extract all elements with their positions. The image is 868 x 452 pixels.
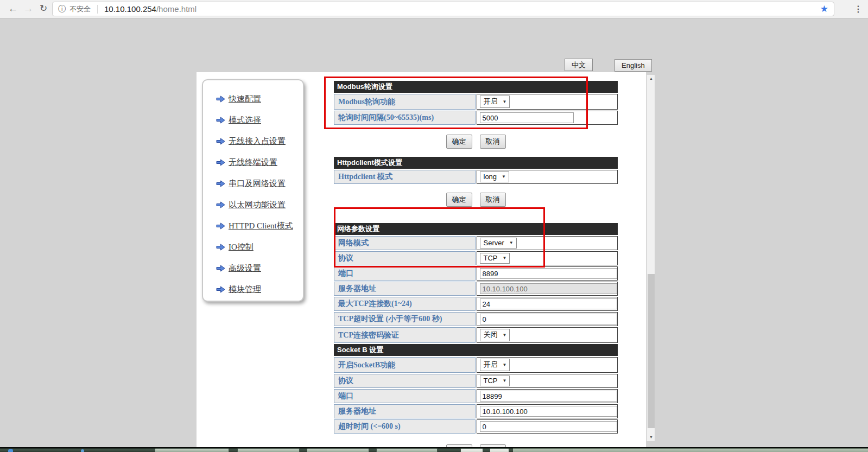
- modbus-button-row: 确定取消: [333, 135, 619, 149]
- select-value: 开启: [484, 97, 498, 106]
- socketb-port-input[interactable]: [480, 391, 617, 402]
- table-row: 端口: [334, 266, 618, 281]
- sidebar-item-mode-select[interactable]: 模式选择: [216, 113, 303, 126]
- taskbar-button[interactable]: [237, 448, 300, 452]
- table-row: 协议 TCP ▼: [334, 251, 618, 265]
- field-label: 开启SocketB功能: [334, 357, 476, 373]
- sidebar-item-label: 以太网功能设置: [229, 200, 286, 210]
- scroll-down-icon[interactable]: ▼: [647, 434, 655, 441]
- table-row: TCP连接密码验证 关闭 ▼: [334, 327, 618, 343]
- sidebar-item-sta-settings[interactable]: 无线终端设置: [216, 156, 303, 169]
- field-label: Modbus轮询功能: [334, 94, 476, 110]
- tcp-password-select[interactable]: 关闭 ▼: [480, 329, 510, 341]
- content-area: 快速配置 模式选择 无线接入点设置 无线终端设置 串口及网络设置: [197, 72, 646, 447]
- frame-scrollbar[interactable]: ▲ ▼: [647, 75, 655, 441]
- field-label: Httpdclient 模式: [334, 170, 476, 184]
- max-tcp-connections-input[interactable]: [480, 298, 617, 309]
- tcp-timeout-input[interactable]: [480, 314, 617, 324]
- menu-arrow-icon: [216, 138, 225, 145]
- reload-icon[interactable]: ↻: [36, 1, 51, 16]
- modbus-poll-select[interactable]: 开启 ▼: [480, 96, 510, 108]
- language-english-button[interactable]: English: [614, 59, 652, 72]
- sidebar-item-label: 模块管理: [229, 284, 261, 295]
- taskbar-tray-icon: [81, 449, 84, 452]
- modbus-settings-table: Modbus轮询设置 Modbus轮询功能 开启 ▼ 轮询时间间隔(50~655…: [333, 80, 619, 126]
- table-row: TCP超时设置 (小于等于600 秒): [334, 312, 618, 326]
- field-label: 最大TCP连接数(1~24): [334, 297, 476, 311]
- browser-toolbar: ← → ↻ ⓘ 不安全 10.10.100.254 /home.html ★ ⋮: [0, 0, 868, 18]
- field-label: 轮询时间间隔(50~65535)(ms): [334, 111, 476, 125]
- poll-interval-input[interactable]: [480, 112, 574, 123]
- taskbar-button[interactable]: [307, 448, 369, 452]
- field-label: 服务器地址: [334, 282, 476, 296]
- cancel-button[interactable]: 取消: [480, 193, 506, 207]
- scrollbar-thumb[interactable]: [648, 274, 655, 428]
- port-input[interactable]: [480, 268, 617, 279]
- sidebar-menu: 快速配置 模式选择 无线接入点设置 无线终端设置 串口及网络设置: [202, 79, 304, 302]
- confirm-button[interactable]: 确定: [446, 135, 472, 149]
- sidebar-item-serial-network[interactable]: 串口及网络设置: [216, 177, 303, 190]
- table-row: 服务器地址: [334, 282, 618, 296]
- taskbar-button[interactable]: [490, 448, 509, 452]
- address-bar[interactable]: ⓘ 不安全 10.10.100.254 /home.html ★: [52, 2, 834, 16]
- sidebar-item-label: 串口及网络设置: [229, 179, 286, 189]
- field-label: 网络模式: [334, 236, 476, 250]
- menu-arrow-icon: [216, 265, 225, 272]
- sidebar-item-ap-settings[interactable]: 无线接入点设置: [216, 135, 303, 148]
- sidebar-item-label: 无线接入点设置: [229, 136, 286, 147]
- sidebar-item-advanced[interactable]: 高级设置: [216, 262, 303, 275]
- select-value: 开启: [484, 360, 498, 370]
- info-icon[interactable]: ⓘ: [58, 4, 66, 14]
- taskbar-button[interactable]: [460, 448, 483, 452]
- start-button-glimpse[interactable]: [8, 449, 13, 452]
- socketb-timeout-input[interactable]: [480, 421, 617, 432]
- back-icon[interactable]: ←: [5, 1, 21, 16]
- sidebar-item-label: 高级设置: [229, 263, 261, 273]
- field-label: 协议: [334, 374, 476, 388]
- sidebar-item-io-control[interactable]: IO控制: [216, 240, 303, 253]
- section-header-modbus: Modbus轮询设置: [334, 81, 618, 93]
- field-label: 端口: [334, 389, 476, 403]
- taskbar-button[interactable]: [155, 448, 229, 452]
- cancel-button[interactable]: 取消: [480, 135, 506, 149]
- dropdown-arrow-icon: ▼: [509, 240, 514, 245]
- select-value: TCP: [484, 377, 498, 385]
- select-value: Server: [484, 239, 504, 247]
- select-value: 关闭: [484, 330, 498, 340]
- table-row: 网络模式 Server ▼: [334, 236, 618, 250]
- httpdclient-mode-select[interactable]: long ▼: [480, 171, 510, 182]
- page-background: 中文 English 快速配置 模式选择 无线接入点设置: [0, 18, 868, 447]
- table-row: 开启SocketB功能 开启 ▼: [334, 357, 618, 373]
- dropdown-arrow-icon: ▼: [503, 333, 507, 338]
- language-chinese-button[interactable]: 中文: [565, 59, 593, 71]
- confirm-button[interactable]: 确定: [446, 193, 472, 207]
- field-label: 端口: [334, 266, 476, 281]
- taskbar-active-segment[interactable]: [513, 448, 868, 452]
- dropdown-arrow-icon: ▼: [503, 99, 507, 104]
- sidebar-item-label: 无线终端设置: [229, 157, 277, 168]
- socketb-protocol-select[interactable]: TCP ▼: [480, 375, 510, 386]
- protocol-select[interactable]: TCP ▼: [480, 253, 510, 264]
- scroll-up-icon[interactable]: ▲: [647, 75, 655, 82]
- bookmark-star-icon[interactable]: ★: [820, 3, 828, 15]
- forward-icon[interactable]: →: [21, 1, 36, 16]
- field-label: 服务器地址: [334, 404, 476, 418]
- sidebar-item-ethernet[interactable]: 以太网功能设置: [216, 198, 303, 211]
- section-header-httpdclient: Httpdclient模式设置: [334, 157, 618, 169]
- sidebar-item-httpd-client[interactable]: HTTPD Client模式: [216, 219, 303, 232]
- section-header-network: 网络参数设置: [334, 223, 618, 235]
- sidebar-item-module-management[interactable]: 模块管理: [216, 283, 303, 296]
- field-label: TCP超时设置 (小于等于600 秒): [334, 312, 476, 326]
- sidebar-item-label: IO控制: [229, 242, 254, 252]
- browser-menu-icon[interactable]: ⋮: [852, 3, 865, 16]
- url-path: /home.html: [156, 4, 197, 14]
- network-mode-select[interactable]: Server ▼: [480, 238, 517, 249]
- socketb-enable-select[interactable]: 开启 ▼: [480, 359, 510, 371]
- menu-arrow-icon: [216, 286, 225, 293]
- menu-arrow-icon: [216, 117, 225, 124]
- taskbar-button[interactable]: [376, 448, 438, 452]
- taskbar: [0, 447, 868, 452]
- table-row: 端口: [334, 389, 618, 403]
- sidebar-item-quick-config[interactable]: 快速配置: [216, 92, 303, 105]
- socketb-server-address-input[interactable]: [480, 406, 617, 417]
